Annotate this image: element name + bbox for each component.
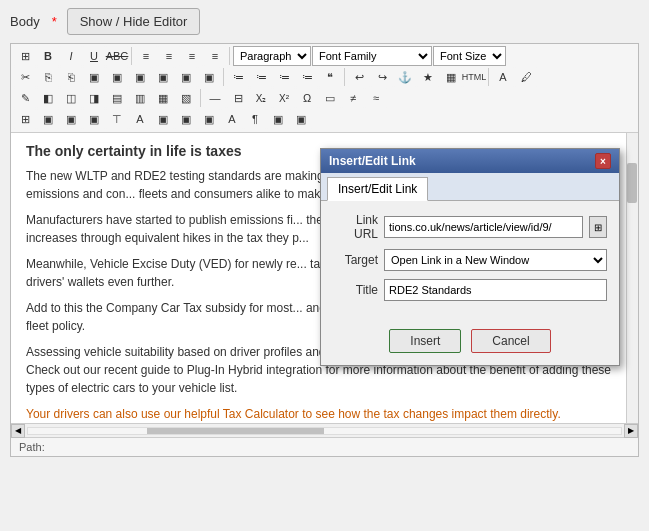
modal-body: Link URL ⊞ Target Open Link in a New Win… xyxy=(321,201,619,321)
insert-button[interactable]: Insert xyxy=(389,329,461,353)
link-url-input[interactable] xyxy=(384,216,583,238)
modal-footer: Insert Cancel xyxy=(321,321,619,365)
modal-close-button[interactable]: × xyxy=(595,153,611,169)
target-select[interactable]: Open Link in a New Window Same Window Ne… xyxy=(384,249,607,271)
link-url-row: Link URL ⊞ xyxy=(333,213,607,241)
title-input[interactable] xyxy=(384,279,607,301)
title-row: Title xyxy=(333,279,607,301)
modal-overlay: Insert/Edit Link × Insert/Edit Link Link… xyxy=(0,0,649,531)
cancel-button[interactable]: Cancel xyxy=(471,329,550,353)
link-url-label: Link URL xyxy=(333,213,378,241)
target-row: Target Open Link in a New Window Same Wi… xyxy=(333,249,607,271)
target-label: Target xyxy=(333,253,378,267)
modal-tab-bar: Insert/Edit Link xyxy=(321,173,619,201)
title-label: Title xyxy=(333,283,378,297)
insert-edit-link-dialog: Insert/Edit Link × Insert/Edit Link Link… xyxy=(320,148,620,366)
modal-tab-insert-edit[interactable]: Insert/Edit Link xyxy=(327,177,428,201)
link-url-browse-button[interactable]: ⊞ xyxy=(589,216,607,238)
modal-title-bar: Insert/Edit Link × xyxy=(321,149,619,173)
modal-title: Insert/Edit Link xyxy=(329,154,416,168)
